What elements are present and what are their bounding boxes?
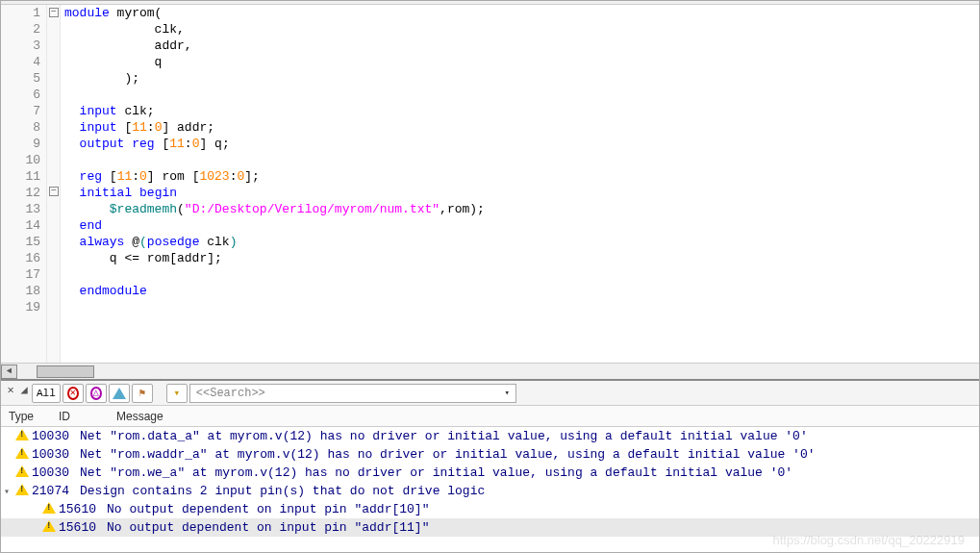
fold-spacer [47,151,60,167]
message-text: Net "rom.data_a" at myrom.v(12) has no d… [80,429,979,443]
warning-icon [39,520,59,536]
messages-list[interactable]: 10030Net "rom.data_a" at myrom.v(12) has… [1,427,979,552]
code-line[interactable]: q <= rom[addr]; [64,250,979,266]
fold-column: −− [47,5,61,363]
message-text: No output dependent on input pin "addr[1… [107,502,979,516]
fold-spacer [47,264,60,281]
messages-header-row: Type ID Message [1,406,979,427]
search-placeholder-text: <<Search>> [196,387,265,400]
line-number: 12 [1,185,40,201]
code-line[interactable] [64,299,979,315]
line-number: 5 [1,70,40,87]
line-number: 11 [1,168,40,185]
message-id: 10030 [32,429,80,443]
message-id: 15610 [59,520,107,535]
messages-toolbar: ✕ ◢ All ✕ △ ⚑ ▾ <<Search>> ▾ [1,381,979,406]
messages-search-input[interactable]: <<Search>> ▾ [189,384,516,403]
line-number: 9 [1,136,40,152]
message-row[interactable]: 10030Net "rom.waddr_a" at myrom.v(12) ha… [1,445,979,464]
code-line[interactable]: input [11:0] addr; [64,119,979,136]
panel-pin-icon[interactable]: ◢ [18,383,30,404]
warning-icon [13,465,32,481]
column-header-id[interactable]: ID [59,410,116,423]
fold-toggle-icon[interactable]: − [49,187,59,196]
line-number: 7 [1,103,40,119]
column-header-message[interactable]: Message [116,410,979,423]
code-line[interactable]: endmodule [64,283,979,299]
warning-icon [13,429,32,444]
code-line[interactable]: clk, [64,21,979,38]
app-window: 12345678910111213141516171819 −− module … [0,0,980,553]
line-number: 10 [1,152,40,168]
line-number: 18 [1,283,40,299]
scroll-left-arrow[interactable]: ◄ [1,364,17,379]
filter-error-button[interactable]: ✕ [63,384,84,403]
message-row[interactable]: 15610No output dependent on input pin "a… [1,500,979,518]
warning-icon [13,484,32,499]
line-number: 17 [1,266,40,283]
message-id: 15610 [59,502,107,516]
fold-spacer [47,102,60,118]
code-line[interactable]: initial begin [64,185,979,201]
fold-spacer [47,215,60,232]
line-number: 2 [1,21,40,38]
code-line[interactable]: module myrom( [64,5,979,21]
line-number: 6 [1,87,40,103]
fold-spacer [47,281,60,297]
code-line[interactable]: output reg [11:0] q; [64,136,979,152]
message-row[interactable]: 10030Net "rom.data_a" at myrom.v(12) has… [1,427,979,445]
search-dropdown-icon[interactable]: ▾ [504,388,509,398]
line-number: 3 [1,38,40,54]
line-number: 4 [1,54,40,70]
line-number: 15 [1,234,40,250]
message-text: Net "rom.waddr_a" at myrom.v(12) has no … [80,447,979,462]
message-id: 10030 [32,465,80,480]
code-line[interactable]: reg [11:0] rom [1023:0]; [64,168,979,185]
line-number: 14 [1,217,40,234]
fold-spacer [47,199,60,215]
fold-spacer [47,232,60,248]
messages-panel: ✕ ◢ All ✕ △ ⚑ ▾ <<Search>> ▾ Type ID Mes… [1,379,979,552]
message-row[interactable]: 15610No output dependent on input pin "a… [1,518,979,537]
line-number: 1 [1,5,40,21]
panel-close-x-icon[interactable]: ✕ [5,383,16,404]
code-line[interactable]: always @(posedge clk) [64,234,979,250]
code-editor: 12345678910111213141516171819 −− module … [1,5,979,363]
warning-icon [39,502,59,517]
fold-spacer [47,53,60,69]
code-line[interactable]: input clk; [64,103,979,119]
line-number: 19 [1,299,40,315]
filter-flag-button[interactable]: ⚑ [132,384,153,403]
column-header-type[interactable]: Type [1,410,59,423]
message-id: 21074 [32,484,80,498]
code-line[interactable] [64,266,979,283]
fold-spacer [47,248,60,264]
message-row[interactable]: ▾21074Design contains 2 input pin(s) tha… [1,482,979,500]
code-line[interactable]: $readmemh("D:/Desktop/Verilog/myrom/num.… [64,201,979,217]
line-number-gutter: 12345678910111213141516171819 [1,5,47,363]
fold-toggle-icon[interactable]: − [49,8,59,17]
code-line[interactable]: ); [64,70,979,87]
message-row[interactable]: 10030Net "rom.we_a" at myrom.v(12) has n… [1,464,979,482]
fold-spacer [47,20,60,37]
code-line[interactable]: q [64,54,979,70]
filter-critical-button[interactable]: △ [86,384,107,403]
horizontal-scrollbar[interactable]: ◄ [1,363,979,379]
filter-all-button[interactable]: All [32,384,61,403]
code-text-area[interactable]: module myrom( clk, addr, q ); input clk;… [61,5,979,363]
line-number: 8 [1,119,40,136]
fold-spacer [47,37,60,53]
code-line[interactable]: addr, [64,38,979,54]
message-text: Design contains 2 input pin(s) that do n… [80,484,979,498]
code-line[interactable] [64,87,979,103]
filter-warning-button[interactable] [109,384,130,403]
code-line[interactable] [64,152,979,168]
fold-spacer [47,69,60,86]
fold-spacer [47,118,60,135]
filter-funnel-button[interactable]: ▾ [166,384,188,403]
expand-toggle-icon[interactable]: ▾ [1,486,13,497]
scroll-thumb[interactable] [37,365,94,378]
code-line[interactable]: end [64,217,979,234]
line-number: 13 [1,201,40,217]
fold-spacer [47,297,60,314]
